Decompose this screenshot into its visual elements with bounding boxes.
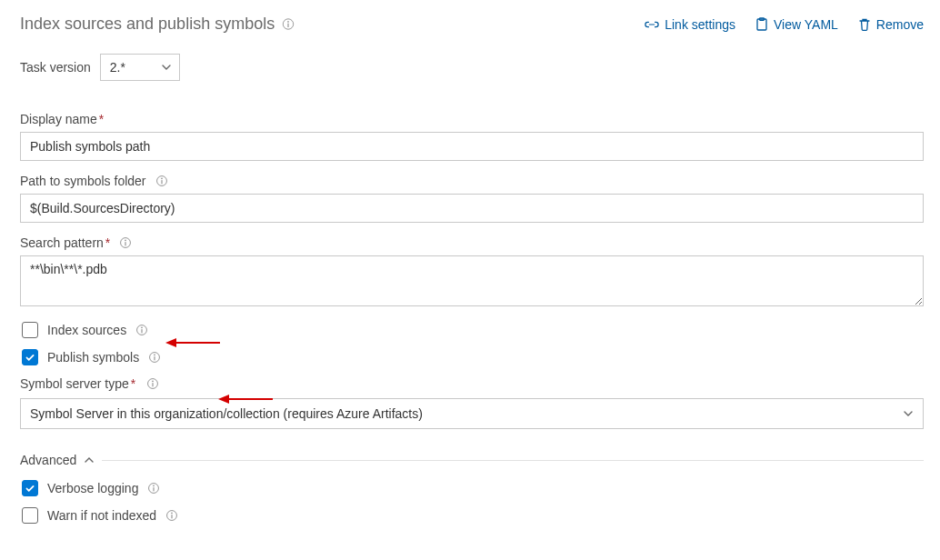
display-name-input[interactable] [20, 132, 924, 161]
verbose-logging-label: Verbose logging [47, 481, 138, 495]
advanced-title: Advanced [20, 453, 76, 467]
svg-rect-19 [153, 383, 154, 386]
symbol-server-type-select[interactable]: Symbol Server in this organization/colle… [20, 398, 924, 429]
search-pattern-label: Search pattern* [20, 235, 110, 250]
svg-point-24 [171, 513, 173, 515]
svg-point-1 [287, 21, 289, 23]
warn-if-not-indexed-label: Warn if not indexed [47, 508, 156, 523]
svg-rect-10 [125, 242, 126, 245]
svg-rect-16 [155, 356, 155, 360]
svg-rect-7 [161, 180, 162, 184]
svg-marker-27 [165, 338, 176, 347]
view-yaml-button[interactable]: View YAML [755, 17, 838, 32]
svg-rect-13 [142, 329, 143, 333]
svg-rect-25 [172, 515, 173, 518]
search-pattern-input[interactable] [20, 255, 924, 306]
svg-point-6 [161, 178, 163, 180]
symbol-server-type-label: Symbol server type* [20, 376, 135, 391]
clipboard-icon [755, 17, 768, 32]
chevron-down-icon [161, 62, 172, 73]
svg-point-21 [154, 485, 155, 487]
display-name-label: Display name* [20, 112, 104, 126]
svg-point-12 [141, 327, 143, 329]
trash-icon [858, 17, 871, 32]
info-icon[interactable] [165, 509, 178, 522]
info-icon[interactable] [119, 236, 132, 249]
svg-rect-22 [154, 487, 155, 491]
advanced-section-header[interactable]: Advanced [20, 453, 924, 467]
info-icon[interactable] [135, 324, 148, 336]
warn-if-not-indexed-checkbox[interactable] [22, 507, 38, 524]
publish-symbols-checkbox[interactable] [22, 349, 38, 365]
svg-point-15 [154, 355, 155, 356]
svg-point-9 [125, 240, 127, 242]
section-divider [102, 460, 924, 461]
remove-button[interactable]: Remove [858, 17, 924, 32]
index-sources-checkbox[interactable] [22, 322, 38, 338]
info-icon[interactable] [148, 351, 161, 364]
index-sources-label: Index sources [47, 323, 126, 337]
publish-symbols-label: Publish symbols [47, 350, 139, 365]
link-settings-button[interactable]: Link settings [645, 17, 735, 32]
view-yaml-label: View YAML [774, 17, 838, 32]
svg-point-18 [152, 381, 154, 383]
header-actions: Link settings View YAML Remove [645, 17, 924, 32]
task-version-label: Task version [20, 60, 91, 75]
symbols-folder-label: Path to symbols folder [20, 174, 146, 188]
task-version-select[interactable]: 2.* [100, 54, 180, 81]
verbose-logging-checkbox[interactable] [22, 480, 38, 496]
info-icon[interactable] [282, 18, 295, 31]
page-title: Index sources and publish symbols [20, 15, 275, 34]
link-settings-label: Link settings [665, 17, 735, 32]
remove-label: Remove [876, 17, 924, 32]
task-version-value: 2.* [110, 60, 125, 75]
info-icon[interactable] [155, 175, 168, 187]
info-icon[interactable] [146, 377, 159, 390]
symbols-folder-input[interactable] [20, 194, 924, 223]
info-icon[interactable] [147, 482, 160, 495]
chevron-down-icon [903, 408, 914, 419]
symbol-server-type-value: Symbol Server in this organization/colle… [30, 406, 423, 421]
link-icon [645, 18, 659, 31]
svg-rect-2 [288, 24, 289, 27]
chevron-up-icon [84, 455, 95, 465]
